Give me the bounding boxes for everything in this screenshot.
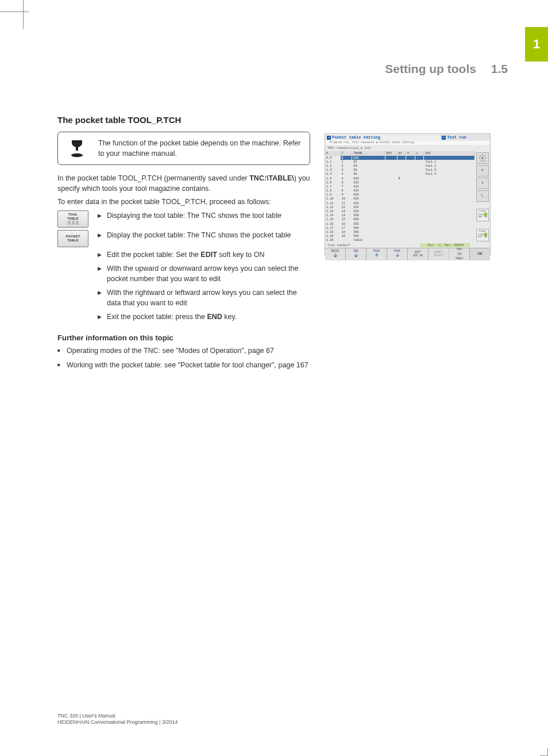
settings-button[interactable]: [476, 152, 489, 164]
sidebar-button-t[interactable]: T⎯: [476, 190, 489, 202]
svg-rect-12: [461, 253, 461, 255]
svg-line-7: [484, 160, 485, 161]
table-row[interactable]: 1.1818D36: [325, 230, 475, 234]
arrow-icon: ➔: [327, 136, 331, 140]
softkey-end[interactable]: END: [346, 248, 366, 260]
footer-line-1: TNC 320 | User's Manual: [57, 713, 177, 720]
table-row[interactable]: 0.00D10: [325, 156, 475, 160]
arrow-icon: [395, 253, 400, 259]
table-row[interactable]: 1.77D14: [325, 185, 475, 189]
status-prompt: Tool number?: [327, 243, 350, 247]
shot-filepath: TNC:\table\tool_p.tch: [325, 145, 490, 151]
table-row[interactable]: 1.1010D20: [325, 197, 475, 201]
running-head: Setting up tools 1.5: [385, 62, 508, 76]
softkey-end[interactable]: END: [470, 248, 490, 260]
feed-override[interactable]: F100% OFFON: [476, 229, 489, 241]
table-row[interactable]: 1.44D8Tool 4: [325, 172, 475, 176]
footer-line-2: HEIDENHAIN Conversational Programming | …: [57, 719, 177, 726]
shot-sidebar: M S T⎯ S100% OFFON F100% OFFON: [475, 151, 490, 243]
table-row[interactable]: 1.1717D34: [325, 226, 475, 230]
main-content: The pocket table TOOL_P.TCH The function…: [57, 115, 310, 374]
tool-table-softkey[interactable]: TOOL TABLE: [57, 210, 88, 228]
further-heading: Further information on this topic: [57, 333, 310, 342]
softkey-page[interactable]: PAGE: [366, 248, 387, 260]
shot-mode-left[interactable]: ➔ Pocket table editing: [325, 134, 440, 141]
running-head-title: Setting up tools: [385, 62, 476, 75]
arrow-icon: [333, 253, 338, 259]
sidebar-button-m[interactable]: M: [476, 165, 489, 176]
table-row[interactable]: 1.1414D28: [325, 214, 475, 218]
softkey-page[interactable]: PAGE: [387, 248, 408, 260]
arrow-icon: ➔: [442, 136, 446, 140]
svg-point-0: [71, 153, 83, 157]
shot-titlebar: ➔ Pocket table editing ➔ Test run: [325, 134, 490, 141]
sidebar-button-s[interactable]: S: [476, 178, 489, 189]
further-list: Operating modes of the TNC: see "Modes o…: [57, 346, 310, 370]
softkey-begin[interactable]: BEGIN: [325, 248, 346, 260]
intro-para-1: In the pocket table TOOL_P.TCH (permanen…: [57, 173, 310, 194]
step-1: Displaying the tool table: The TNC shows…: [98, 210, 281, 221]
table-row[interactable]: 1.11D2Tool 1: [325, 160, 475, 164]
arrow-icon: [354, 253, 358, 259]
step-item: Exit the pocket table: press the END key…: [98, 312, 310, 322]
shot-breadcrumb: Program run, full sequence ▶ Pocket tabl…: [325, 141, 490, 145]
chapter-tab: 1: [525, 27, 548, 62]
shot-status-bar: Tool number? Min: -1, Max: 99999: [325, 243, 490, 248]
table-row[interactable]: 1.1515D30: [325, 218, 475, 222]
svg-line-8: [480, 160, 481, 161]
table-row[interactable]: 1.66D12: [325, 181, 475, 185]
shot-mode-right[interactable]: ➔ Test run: [440, 134, 490, 141]
tools-icon: [457, 251, 462, 257]
steps-block: TOOL TABLE Displaying the tool table: Th…: [57, 210, 310, 326]
softkey-edit[interactable]: EDITOFF ON: [408, 248, 429, 260]
svg-line-6: [480, 155, 481, 156]
page-footer: TNC 320 | User's Manual HEIDENHAIN Conve…: [57, 713, 508, 726]
table-row[interactable]: 1.20table: [325, 239, 475, 243]
table-row[interactable]: 1.1212D24: [325, 205, 475, 209]
svg-rect-11: [459, 252, 460, 255]
status-range: Min: -1, Max: 99999: [420, 243, 470, 247]
softkey-row: BEGINENDPAGEPAGEEDITOFF ONRESETPOCKETTOO…: [325, 248, 490, 260]
table-header-row: PTTNAMERSVSTFLDOC: [325, 151, 475, 156]
list-item: Working with the pocket table: see "Pock…: [57, 360, 310, 370]
step-item: With the rightward or leftward arrow key…: [98, 287, 310, 308]
softkey-reset[interactable]: RESETPOCKET: [429, 248, 449, 260]
svg-point-1: [481, 157, 484, 159]
table-row[interactable]: 1.88D16: [325, 189, 475, 193]
table-body: 0.00D101.11D2Tool 11.22D4Tool 21.33D6Too…: [325, 156, 475, 243]
table-row[interactable]: 1.1919D38: [325, 235, 475, 239]
table-row[interactable]: 1.33D6Tool 3: [325, 168, 475, 172]
pocket-table-softkey[interactable]: POCKET TABLE: [57, 230, 88, 247]
step-item: With the upward or downward arrow keys y…: [98, 263, 310, 284]
table-row[interactable]: 1.55D10R: [325, 176, 475, 181]
remaining-steps: Edit the pocket table: Set the EDIT soft…: [98, 250, 310, 326]
spindle-override[interactable]: S100% OFFON: [476, 209, 489, 221]
svg-rect-10: [457, 252, 458, 255]
softkey-tool[interactable]: TOOLTABLE: [449, 248, 470, 260]
arrow-icon: [375, 253, 379, 259]
crop-mark-tl: [0, 0, 34, 23]
step-2: Display the pocket table: The TNC shows …: [98, 230, 310, 240]
table-row[interactable]: 1.22D4Tool 2: [325, 164, 475, 168]
step-item: Edit the pocket table: Set the EDIT soft…: [98, 250, 310, 260]
svg-line-9: [484, 155, 485, 156]
running-head-section: 1.5: [491, 62, 508, 75]
list-item: Operating modes of the TNC: see "Modes o…: [57, 346, 310, 356]
crop-mark-br: [540, 748, 548, 756]
machine-icon: [68, 138, 86, 162]
note-text: The function of the pocket table depends…: [98, 139, 300, 158]
table-row[interactable]: 1.1313D26: [325, 209, 475, 213]
section-heading: The pocket table TOOL_P.TCH: [57, 115, 310, 125]
table-row[interactable]: 1.1111D22: [325, 201, 475, 205]
tnc-screenshot: ➔ Pocket table editing ➔ Test run Progra…: [325, 133, 491, 256]
pocket-table-grid[interactable]: PTTNAMERSVSTFLDOC0.00D101.11D2Tool 11.22…: [325, 151, 475, 243]
intro-para-2: To enter data in the pocket table TOOL_P…: [57, 197, 310, 207]
table-row[interactable]: 1.99D18: [325, 193, 475, 197]
machine-note: The function of the pocket table depends…: [57, 132, 310, 165]
table-row[interactable]: 1.1616D32: [325, 222, 475, 226]
